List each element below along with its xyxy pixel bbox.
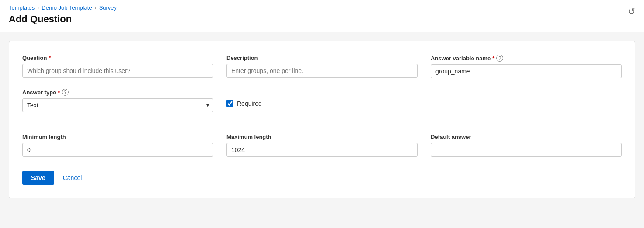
breadcrumb-sep-2: ›	[95, 5, 97, 11]
max-length-input[interactable]	[226, 143, 418, 157]
default-answer-label: Default answer	[431, 134, 622, 140]
answer-type-help-icon[interactable]: ?	[62, 89, 69, 96]
answer-type-select-wrapper: Text Textarea Password Integer Float Mul…	[22, 98, 213, 112]
breadcrumb-sep-1: ›	[37, 5, 39, 11]
question-input[interactable]	[22, 64, 213, 78]
save-button[interactable]: Save	[22, 171, 54, 185]
answer-type-group: Answer type * ? Text Textarea Password I…	[22, 89, 213, 112]
breadcrumb-demo-job[interactable]: Demo Job Template	[42, 4, 92, 11]
answer-type-label: Answer type * ?	[22, 89, 213, 96]
page-header: Templates › Demo Job Template › Survey A…	[0, 0, 644, 32]
default-answer-group: Default answer	[431, 134, 622, 157]
answer-type-required-star: *	[58, 89, 60, 96]
min-length-input[interactable]	[22, 143, 213, 157]
question-group: Question *	[22, 55, 213, 78]
max-length-label: Maximum length	[226, 134, 418, 140]
history-icon[interactable]: ↺	[628, 6, 635, 17]
form-row-2: Answer type * ? Text Textarea Password I…	[22, 89, 622, 112]
max-length-group: Maximum length	[226, 134, 418, 157]
breadcrumb: Templates › Demo Job Template › Survey	[9, 4, 635, 11]
form-row-3: Minimum length Maximum length Default an…	[22, 134, 622, 157]
description-group: Description	[226, 55, 418, 78]
min-length-group: Minimum length	[22, 134, 213, 157]
cancel-button[interactable]: Cancel	[61, 171, 84, 185]
action-row: Save Cancel	[22, 167, 622, 185]
question-label: Question *	[22, 55, 213, 61]
required-label[interactable]: Required	[237, 100, 262, 107]
breadcrumb-templates[interactable]: Templates	[9, 4, 35, 11]
required-checkbox-row: Required	[226, 89, 418, 107]
form-card: Question * Description Answer variable n…	[9, 41, 635, 198]
answer-variable-required-star: *	[492, 55, 494, 62]
description-label: Description	[226, 55, 418, 61]
answer-variable-group: Answer variable name * ?	[431, 55, 622, 78]
answer-variable-label: Answer variable name * ?	[431, 55, 622, 62]
required-group: Required	[226, 89, 418, 112]
main-content: Question * Description Answer variable n…	[0, 32, 644, 207]
required-checkbox[interactable]	[226, 100, 233, 107]
question-required-star: *	[49, 55, 51, 61]
page-title: Add Question	[9, 14, 635, 25]
breadcrumb-survey[interactable]: Survey	[99, 4, 117, 11]
default-answer-input[interactable]	[431, 143, 622, 157]
empty-group	[431, 89, 622, 112]
answer-variable-input[interactable]	[431, 64, 622, 78]
description-input[interactable]	[226, 64, 418, 78]
min-length-label: Minimum length	[22, 134, 213, 140]
divider	[22, 123, 622, 123]
form-row-1: Question * Description Answer variable n…	[22, 55, 622, 78]
answer-type-select[interactable]: Text Textarea Password Integer Float Mul…	[22, 98, 213, 112]
answer-variable-help-icon[interactable]: ?	[496, 55, 503, 62]
